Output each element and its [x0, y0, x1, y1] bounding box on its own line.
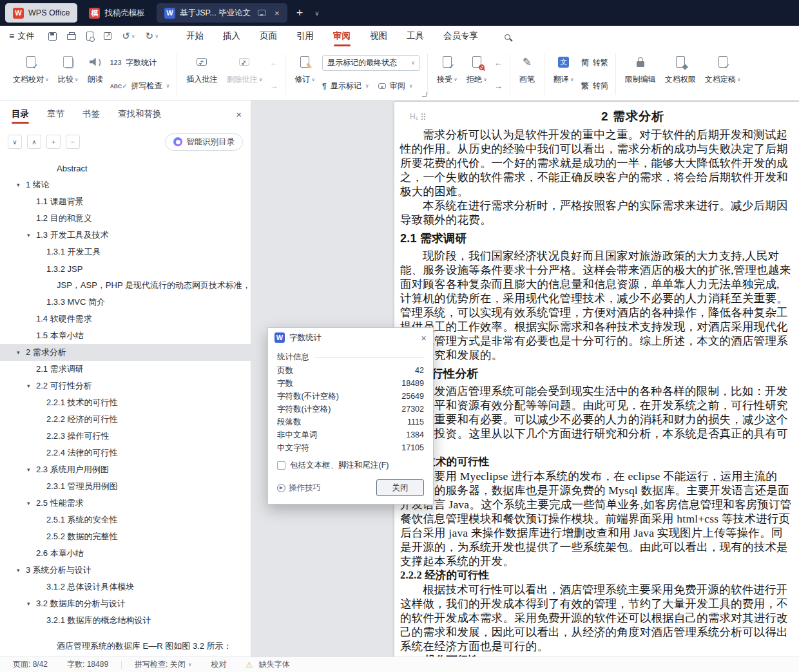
tips-link[interactable]: ▶ 操作技巧 [277, 483, 321, 494]
document-permission-button[interactable]: ◆ 文档权限 [660, 50, 700, 99]
toc-item[interactable]: ▾ JSP，ASP，PHP 是现代流行的动态网页技术标准，... [0, 277, 251, 294]
collapse-all-button[interactable]: ∨ [8, 135, 22, 149]
toc-item[interactable]: ▾ Abstract [0, 160, 251, 177]
expand-triangle-icon[interactable]: ▾ [27, 383, 36, 389]
toc-item[interactable]: ▾ 3.1.2 总体设计具体模块 [0, 579, 251, 595]
toc-item[interactable]: ▾ 2.3.1 管理员用例图 [0, 478, 251, 495]
menu-tab[interactable]: 页面 [250, 26, 287, 46]
review-pane-button[interactable]: 审阅∨ [378, 79, 413, 93]
toc-item[interactable]: ▾ 1.3.3 MVC 简介 [0, 294, 251, 311]
new-tab-button[interactable]: + [291, 3, 309, 23]
toc-item[interactable]: ▾ 2.2 可行性分析 [0, 378, 251, 394]
toc-item[interactable]: ▾ 2.5 性能需求 [0, 495, 251, 512]
dialog-titlebar[interactable]: W 字数统计 × [268, 328, 433, 347]
expand-triangle-icon[interactable]: ▾ [17, 567, 26, 573]
toc-item[interactable]: ▾ 酒店管理系统的数据库 E—R 图如图 3.2 所示： [0, 638, 251, 655]
status-word-count[interactable]: 字数: 18489 [67, 659, 108, 670]
search-button[interactable] [505, 31, 515, 41]
share-button[interactable] [104, 32, 111, 40]
toc-item[interactable]: ▾ 2.2.3 操作可行性 [0, 428, 251, 445]
save-button[interactable] [48, 32, 57, 41]
expand-triangle-icon[interactable]: ▾ [27, 500, 36, 506]
tab-chapters[interactable]: 章节 [47, 101, 64, 128]
expand-all-button[interactable]: ∧ [27, 135, 41, 149]
expand-triangle-icon[interactable]: ▾ [17, 182, 26, 188]
group-dialog-launcher-icon[interactable] [422, 92, 427, 97]
file-menu-button[interactable]: ≡ 文件 [9, 30, 34, 42]
close-button[interactable]: 关闭 [376, 479, 424, 496]
undo-button[interactable]: ↺∨ [122, 30, 135, 42]
toc-item[interactable]: ▾ 1 绪论 [0, 177, 251, 193]
toc-item[interactable]: ▾ 1.3.2 JSP [0, 260, 251, 277]
next-revision-button[interactable]: → [494, 79, 503, 93]
translate-button[interactable]: 文 翻译∨ [549, 50, 579, 99]
read-aloud-button[interactable]: ) 朗读 [83, 50, 108, 99]
comment-bubble-icon[interactable] [258, 10, 266, 16]
insert-comment-button[interactable]: + 插入批注 [182, 50, 222, 99]
tab-close-icon[interactable]: × [274, 8, 280, 18]
status-missing-font[interactable]: ⚠ 缺失字体 [246, 659, 290, 670]
dialog-close-icon[interactable]: × [421, 332, 427, 343]
toc-item[interactable]: ▾ 3.2 数据库的分析与设计 [0, 595, 251, 612]
reject-revision-button[interactable]: 拒绝∨ [462, 50, 492, 99]
tab-bookmarks[interactable]: 书签 [82, 101, 100, 128]
word-count-button[interactable]: 123 字数统计 [110, 55, 170, 70]
menu-tab[interactable]: 插入 [213, 26, 250, 46]
accept-revision-button[interactable]: ✓ 接受∨ [432, 50, 462, 99]
tab-wps-office[interactable]: W WPS Office [5, 3, 77, 23]
tab-template-store[interactable]: 模 找稿壳模板 [81, 3, 153, 23]
previous-revision-button[interactable]: ← [494, 55, 503, 70]
toc-item[interactable]: ▾ 1.5 本章小结 [0, 327, 251, 344]
toc-item[interactable]: ▾ 1.3 开发工具及技术 [0, 227, 251, 244]
print-button[interactable] [67, 32, 76, 40]
previous-comment-button[interactable]: ← [269, 55, 278, 70]
checkbox-unchecked[interactable] [277, 461, 285, 470]
tab-toc[interactable]: 目录 [12, 101, 29, 128]
delete-comment-button[interactable]: × 删除批注∨ [222, 50, 267, 99]
document-final-button[interactable]: ✓ 文档定稿∨ [700, 50, 746, 99]
document-page[interactable]: H₁ 2 需求分析需求分析可以认为是软件开发的重中之重。对于软件的后期开发和测试… [394, 102, 799, 657]
track-changes-button[interactable]: ✎ 修订∨ [290, 50, 320, 99]
redo-dropdown-icon[interactable]: ∨ [155, 34, 159, 39]
show-markup-button[interactable]: ¶ 显示标记∨ [322, 79, 369, 93]
toc-item[interactable]: ▾ 1.1 课题背景 [0, 193, 251, 210]
menu-tab[interactable]: 审阅 [323, 26, 360, 46]
restrict-editing-button[interactable]: 限制编辑 [621, 50, 660, 99]
toc-item[interactable]: ▾ 1.3.1 开发工具 [0, 244, 251, 260]
markup-state-select[interactable]: 显示标记的最终状态∨ [322, 55, 420, 71]
collapse-level-button[interactable]: − [66, 135, 80, 149]
toc-item[interactable]: ▾ 2.3 系统用户用例图 [0, 461, 251, 478]
expand-triangle-icon[interactable]: ▾ [27, 232, 36, 238]
toc-item[interactable]: ▾ 2.1 需求调研 [0, 361, 251, 378]
toc-item[interactable]: ▾ 3 系统分析与设计 [0, 562, 251, 579]
traditional-to-simplified-button[interactable]: 繁 转简 [581, 79, 608, 93]
expand-triangle-icon[interactable]: ▾ [27, 600, 36, 607]
ink-pen-button[interactable]: ✎ 画笔 [515, 50, 539, 99]
heading-drag-handle[interactable]: H₁ [410, 112, 426, 121]
expand-level-button[interactable]: ＋ [46, 135, 61, 149]
toc-item[interactable]: ▾ 2.5.2 数据的完整性 [0, 528, 251, 545]
expand-triangle-icon[interactable]: ▾ [27, 466, 36, 473]
status-proofread[interactable]: 校对 [211, 659, 227, 670]
toc-item[interactable]: ▾ 2.6 本章小结 [0, 545, 251, 562]
toc-item[interactable]: ▾ 3.2.1 数据库的概念结构设计 [0, 612, 251, 629]
toc-item[interactable]: ▾ 1.4 软硬件需求 [0, 311, 251, 327]
toc-item[interactable]: ▾ 2.2.4 法律的可行性 [0, 445, 251, 461]
toc-item[interactable]: ▾ 2.2.2 经济的可行性 [0, 411, 251, 428]
proofread-button[interactable]: ✓ 文档校对∨ [8, 50, 53, 99]
simplified-to-traditional-button[interactable]: 简 转繁 [581, 55, 608, 70]
toc-item[interactable]: ▾ 2.5.1 系统的安全性 [0, 512, 251, 528]
tab-list-dropdown-icon[interactable]: ∨ [312, 10, 322, 17]
expand-triangle-icon[interactable]: ▾ [17, 349, 26, 356]
next-comment-button[interactable]: → [269, 79, 278, 93]
menu-tab[interactable]: 视图 [360, 26, 397, 46]
menu-tab[interactable]: 工具 [397, 26, 434, 46]
menu-tab[interactable]: 开始 [177, 26, 213, 46]
redo-button[interactable]: ↻∨ [146, 30, 159, 42]
print-preview-button[interactable] [86, 32, 93, 41]
status-spell-check[interactable]: 拼写检查: 关闭∨ [135, 659, 192, 670]
toc-item[interactable]: ▾ 1.2 目的和意义 [0, 210, 251, 227]
tab-document[interactable]: W 基于JSP... 毕业论文 × [157, 3, 287, 23]
status-page-indicator[interactable]: 页面: 8/42 [13, 659, 48, 670]
undo-dropdown-icon[interactable]: ∨ [131, 34, 135, 39]
